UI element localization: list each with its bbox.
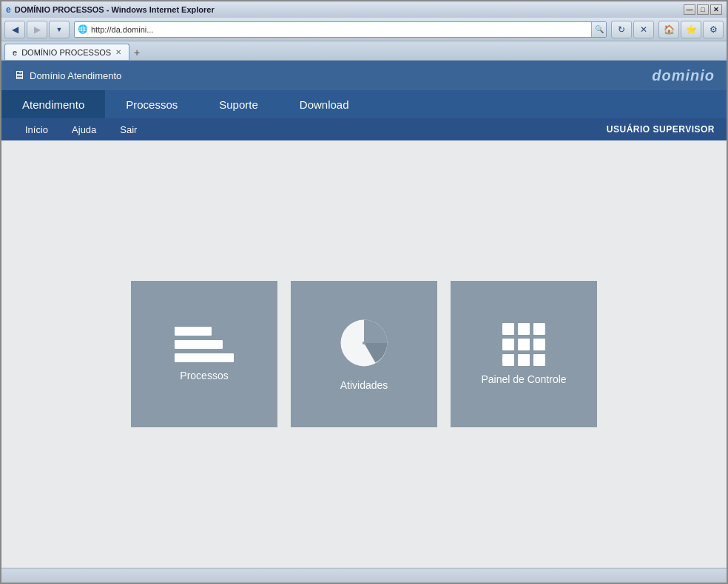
brand-logo: dominio <box>652 67 715 84</box>
title-bar: e DOMÍNIO PROCESSOS - Windows Internet E… <box>1 1 727 18</box>
toolbar-icons: 🏠 ⭐ ⚙ <box>658 21 724 38</box>
nav-item-processos[interactable]: Processos <box>105 90 198 118</box>
tile-painel-controle[interactable]: Painel de Controle <box>451 281 597 427</box>
sub-nav-ajuda[interactable]: Ajuda <box>60 118 108 140</box>
favorites-button[interactable]: ⭐ <box>681 21 701 38</box>
window-title: DOMÍNIO PROCESSOS - Windows Internet Exp… <box>15 5 684 14</box>
status-bar <box>1 568 727 583</box>
tiles-container: Processos <box>131 281 597 427</box>
back-button[interactable]: ◀ <box>4 21 25 38</box>
sub-nav-inicio[interactable]: Início <box>13 118 60 140</box>
tile-painel-controle-label: Painel de Controle <box>481 373 566 385</box>
address-search-button[interactable]: 🔍 <box>591 22 606 37</box>
tile-processos-label: Processos <box>180 370 228 381</box>
nav-item-suporte[interactable]: Suporte <box>198 90 279 118</box>
forward-button[interactable]: ▶ <box>27 21 47 38</box>
minimize-button[interactable]: — <box>684 4 695 15</box>
processos-icon <box>175 327 234 362</box>
browser-tab-active[interactable]: e DOMÍNIO PROCESSOS ✕ <box>4 44 129 60</box>
nav-item-atendimento[interactable]: Atendimento <box>1 90 105 118</box>
app-content: 🖥 Domínio Atendimento dominio Atendiment… <box>1 61 727 583</box>
nav-item-download[interactable]: Download <box>279 90 370 118</box>
user-label: USUÁRIO SUPERVISOR <box>607 124 715 135</box>
sub-nav: Início Ajuda Sair USUÁRIO SUPERVISOR <box>1 118 727 140</box>
logo-icon: 🖥 <box>13 69 25 82</box>
maximize-button[interactable]: □ <box>697 4 709 15</box>
main-nav: Atendimento Processos Suporte Download <box>1 90 727 118</box>
address-icon: 🌐 <box>75 24 91 34</box>
sub-nav-sair[interactable]: Sair <box>108 118 149 140</box>
browser-window: e DOMÍNIO PROCESSOS - Windows Internet E… <box>0 0 728 584</box>
close-button[interactable]: ✕ <box>710 4 722 15</box>
settings-button[interactable]: ⚙ <box>703 21 724 38</box>
browser-toolbar: ◀ ▶ ▼ 🌐 🔍 ↻ ✕ 🏠 ⭐ ⚙ <box>1 18 727 41</box>
tile-processos[interactable]: Processos <box>131 281 277 427</box>
dropdown-button[interactable]: ▼ <box>49 21 70 38</box>
refresh-button[interactable]: ↻ <box>611 21 632 38</box>
tile-atividades-label: Atividades <box>340 379 388 391</box>
tab-label: DOMÍNIO PROCESSOS <box>21 48 111 57</box>
tile-atividades[interactable]: Atividades <box>291 281 437 427</box>
tabs-bar: e DOMÍNIO PROCESSOS ✕ + <box>1 41 727 61</box>
home-button[interactable]: 🏠 <box>658 21 679 38</box>
main-content: Processos <box>1 140 727 568</box>
stop-button[interactable]: ✕ <box>633 21 654 38</box>
window-controls: — □ ✕ <box>684 4 722 15</box>
svg-point-1 <box>363 342 365 344</box>
app-title: Domínio Atendimento <box>30 70 121 81</box>
painel-controle-icon <box>502 323 545 366</box>
address-input[interactable] <box>91 22 591 37</box>
tab-close-button[interactable]: ✕ <box>115 48 121 56</box>
address-bar: 🌐 🔍 <box>74 21 607 38</box>
atividades-icon <box>338 317 390 372</box>
sub-nav-left: Início Ajuda Sair <box>13 118 149 140</box>
tab-icon: e <box>13 48 17 57</box>
ie-icon: e <box>6 4 11 15</box>
app-logo: 🖥 Domínio Atendimento <box>13 69 121 82</box>
app-header: 🖥 Domínio Atendimento dominio <box>1 61 727 90</box>
new-tab-button[interactable]: + <box>129 45 144 60</box>
